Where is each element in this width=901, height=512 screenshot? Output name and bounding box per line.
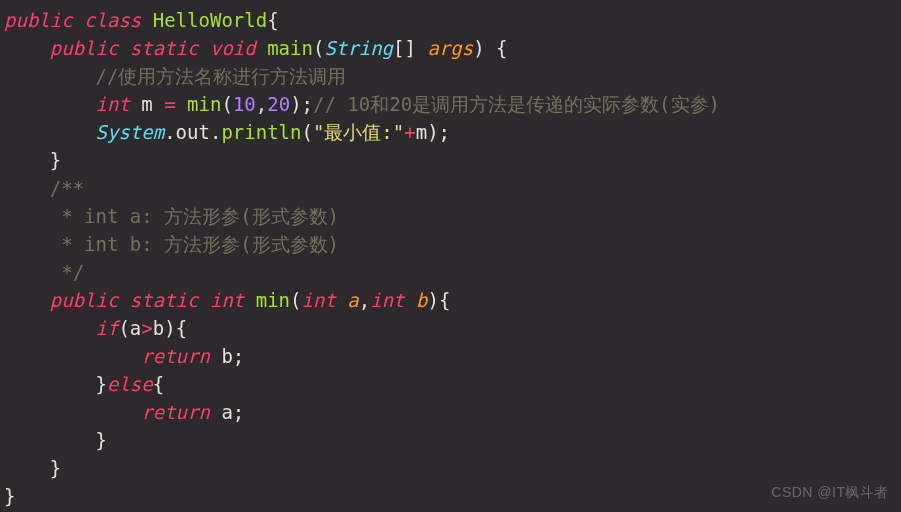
brace: } <box>50 149 61 171</box>
code-line: int m = min(10,20);// 10和20是调用方法是传递的实际参数… <box>4 93 720 115</box>
code-line: } <box>4 457 61 479</box>
keyword-public: public <box>50 37 119 59</box>
keyword-return: return <box>141 345 210 367</box>
code-line: } <box>4 429 107 451</box>
code-line: public static int min(int a,int b){ <box>4 289 450 311</box>
paren: ) <box>427 289 438 311</box>
brace: { <box>496 37 507 59</box>
semicolon: ; <box>302 93 313 115</box>
keyword-static: static <box>130 289 199 311</box>
type-string: String <box>324 37 393 59</box>
operator-plus: + <box>404 121 415 143</box>
number-literal: 20 <box>267 93 290 115</box>
code-line: public class HelloWorld{ <box>4 9 279 31</box>
code-line: * int a: 方法形参(形式参数) <box>4 205 339 227</box>
code-line: //使用方法名称进行方法调用 <box>4 65 346 87</box>
dot: . <box>164 121 175 143</box>
param-b: b <box>416 289 427 311</box>
array-brackets: [] <box>393 37 416 59</box>
code-block: public class HelloWorld{ public static v… <box>0 0 901 512</box>
keyword-else: else <box>107 373 153 395</box>
dot: . <box>210 121 221 143</box>
brace: } <box>50 457 61 479</box>
keyword-if: if <box>96 317 119 339</box>
code-line: if(a>b){ <box>4 317 187 339</box>
identifier: b <box>153 317 164 339</box>
code-line: } <box>4 485 15 507</box>
brace: { <box>176 317 187 339</box>
comment: // 10和20是调用方法是传递的实际参数(实参) <box>313 93 720 115</box>
keyword-int: int <box>210 289 244 311</box>
keyword-public: public <box>50 289 119 311</box>
javadoc-line: * int b: 方法形参(形式参数) <box>50 233 339 255</box>
code-line: return a; <box>4 401 244 423</box>
comment: //使用方法名称进行方法调用 <box>96 65 347 87</box>
paren: ( <box>221 93 232 115</box>
code-line: */ <box>4 261 84 283</box>
code-line: }else{ <box>4 373 164 395</box>
code-line: /** <box>4 177 84 199</box>
keyword-class: class <box>84 9 141 31</box>
paren: ) <box>290 93 301 115</box>
keyword-int: int <box>302 289 336 311</box>
identifier: b <box>221 345 232 367</box>
string-literal: "最小值:" <box>313 121 404 143</box>
code-line: } <box>4 149 61 171</box>
identifier: a <box>221 401 232 423</box>
javadoc-start: /** <box>50 177 84 199</box>
paren: ( <box>118 317 129 339</box>
identifier: a <box>130 317 141 339</box>
method-call: println <box>221 121 301 143</box>
keyword-static: static <box>130 37 199 59</box>
semicolon: ; <box>233 345 244 367</box>
keyword-return: return <box>141 401 210 423</box>
identifier: m <box>141 93 152 115</box>
comma: , <box>359 289 370 311</box>
operator-assign: = <box>164 93 175 115</box>
operator-gt: > <box>141 317 152 339</box>
code-line: * int b: 方法形参(形式参数) <box>4 233 339 255</box>
keyword-int: int <box>96 93 130 115</box>
method-call: min <box>187 93 221 115</box>
semicolon: ; <box>233 401 244 423</box>
semicolon: ; <box>439 121 450 143</box>
brace: { <box>153 373 164 395</box>
paren: ) <box>427 121 438 143</box>
paren: ( <box>290 289 301 311</box>
type-system: System <box>96 121 165 143</box>
javadoc-end: */ <box>50 261 84 283</box>
paren: ) <box>473 37 484 59</box>
paren: ) <box>164 317 175 339</box>
keyword-public: public <box>4 9 73 31</box>
comma: , <box>256 93 267 115</box>
paren: ( <box>313 37 324 59</box>
identifier: m <box>416 121 427 143</box>
number-literal: 10 <box>233 93 256 115</box>
method-name: main <box>267 37 313 59</box>
brace: { <box>439 289 450 311</box>
code-line: System.out.println("最小值:"+m); <box>4 121 450 143</box>
identifier: out <box>176 121 210 143</box>
param-a: a <box>347 289 358 311</box>
keyword-int: int <box>370 289 404 311</box>
code-line: public static void main(String[] args) { <box>4 37 508 59</box>
brace: } <box>96 429 107 451</box>
code-line: return b; <box>4 345 244 367</box>
class-name: HelloWorld <box>153 9 267 31</box>
paren: ( <box>301 121 312 143</box>
method-name: min <box>256 289 290 311</box>
javadoc-line: * int a: 方法形参(形式参数) <box>50 205 339 227</box>
keyword-void: void <box>210 37 256 59</box>
brace: { <box>267 9 278 31</box>
param-args: args <box>427 37 473 59</box>
brace: } <box>4 485 15 507</box>
brace: } <box>96 373 107 395</box>
